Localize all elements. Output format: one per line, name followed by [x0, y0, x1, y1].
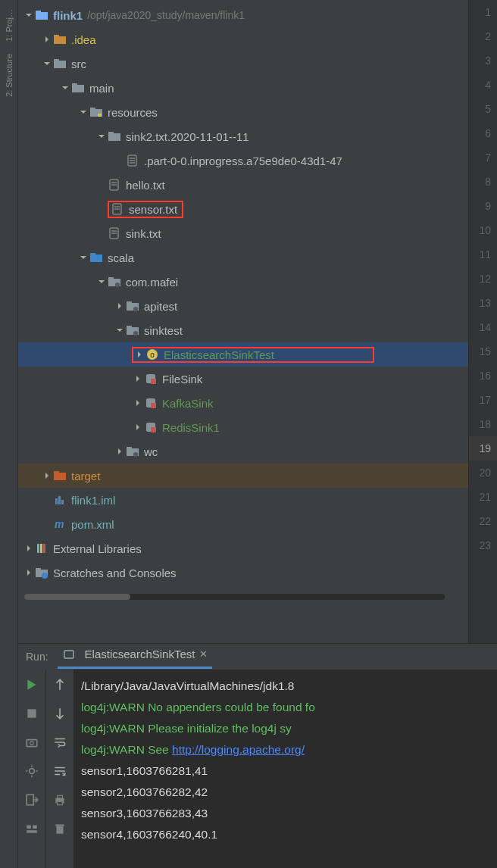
gutter-line: 11: [469, 242, 497, 267]
print-icon[interactable]: [52, 792, 67, 807]
tree-item-extlib[interactable]: External Libraries: [18, 536, 468, 560]
svg-rect-35: [127, 326, 132, 328]
tree-item-src[interactable]: src: [18, 52, 468, 76]
chevron-right-icon[interactable]: [133, 351, 145, 358]
svg-rect-72: [57, 826, 64, 834]
chevron-right-icon[interactable]: [114, 302, 126, 310]
console-output[interactable]: /Library/Java/JavaVirtualMachines/jdk1.8…: [73, 670, 497, 868]
tree-item-hello[interactable]: hello.txt: [18, 173, 468, 197]
tree-item-sensor[interactable]: sensor.txt: [18, 197, 468, 221]
chevron-right-icon[interactable]: [41, 472, 53, 479]
tree-root[interactable]: flink1 /opt/java2020_study/maven/flink1: [18, 3, 468, 27]
exit-icon[interactable]: [24, 792, 39, 807]
tree-item-kafkasink[interactable]: KafkaSink: [18, 391, 468, 415]
file-icon: [126, 155, 139, 167]
settings-icon[interactable]: [24, 763, 39, 779]
chevron-down-icon[interactable]: [77, 108, 89, 116]
tree-item-pom[interactable]: m pom.xml: [18, 512, 468, 536]
scala-error-icon: [144, 421, 158, 433]
svg-rect-12: [108, 132, 114, 134]
tree-item-main[interactable]: main: [18, 76, 468, 100]
soft-wrap-icon[interactable]: [52, 735, 67, 750]
tree-item-iml[interactable]: flink1.iml: [18, 488, 468, 512]
svg-rect-26: [90, 254, 102, 262]
tree-item-target[interactable]: target: [18, 464, 468, 488]
scroll-end-icon[interactable]: [52, 763, 67, 779]
svg-text:o: o: [150, 351, 155, 359]
horizontal-scrollbar[interactable]: [18, 594, 468, 604]
console-line: log4j:WARN Please initialize the log4j s…: [81, 718, 489, 739]
tree-item-pkg[interactable]: com.mafei: [18, 270, 468, 294]
svg-rect-10: [98, 114, 102, 117]
svg-rect-66: [27, 826, 31, 829]
gutter-line: 3: [469, 48, 497, 73]
stop-icon[interactable]: [24, 706, 39, 721]
gutter-line: 8: [469, 170, 497, 194]
chevron-right-icon[interactable]: [132, 423, 144, 431]
gutter-line: 2: [469, 24, 497, 48]
chevron-right-icon[interactable]: [23, 545, 35, 552]
lbl-resources: resources: [108, 106, 158, 119]
chevron-right-icon[interactable]: [23, 569, 35, 576]
run-tabbar: Run: ElasticsearchSinkTest ✕: [18, 644, 497, 670]
lbl-src: src: [71, 58, 86, 70]
svg-rect-32: [127, 301, 132, 304]
chevron-right-icon[interactable]: [114, 448, 126, 455]
tree-item-sink[interactable]: sink.txt: [18, 221, 468, 245]
tree-item-redissink[interactable]: RedisSink1: [18, 415, 468, 439]
svg-point-59: [42, 573, 48, 579]
run-tab[interactable]: ElasticsearchSinkTest ✕: [58, 645, 213, 669]
chevron-right-icon[interactable]: [132, 399, 144, 407]
svg-rect-6: [72, 85, 84, 92]
svg-rect-7: [72, 83, 77, 86]
tree-item-partfile[interactable]: .part-0-0.inprogress.a75e9de0-43d1-47: [18, 148, 468, 173]
chevron-down-icon[interactable]: [95, 133, 108, 140]
console-link[interactable]: http://logging.apache.org/: [172, 743, 305, 756]
side-tab-project[interactable]: 1: Proj…: [3, 5, 15, 46]
svg-rect-46: [127, 447, 132, 449]
svg-rect-67: [33, 826, 37, 829]
iml-icon: [53, 494, 67, 506]
close-icon[interactable]: ✕: [199, 648, 208, 660]
tree-item-apitest[interactable]: apitest: [18, 294, 468, 318]
gutter-line: 9: [469, 194, 497, 218]
lbl-extlib: External Libraries: [53, 542, 142, 555]
chevron-down-icon[interactable]: [114, 326, 126, 334]
chevron-down-icon[interactable]: [59, 84, 71, 92]
root-path: /opt/java2020_study/maven/flink1: [87, 9, 245, 21]
folder-icon: [108, 130, 121, 142]
chevron-down-icon[interactable]: [41, 60, 53, 67]
chevron-down-icon[interactable]: [23, 11, 35, 19]
down-arrow-icon[interactable]: [52, 706, 67, 721]
gutter-line: 15: [469, 339, 497, 364]
chevron-down-icon[interactable]: [77, 254, 89, 261]
scrollbar-thumb[interactable]: [24, 594, 130, 600]
tree-item-scratches[interactable]: Scratches and Consoles: [18, 560, 468, 585]
tree-item-sink2dir[interactable]: sink2.txt.2020-11-01--11: [18, 124, 468, 148]
lbl-sensor: sensor.txt: [129, 203, 177, 216]
resources-folder-icon: [89, 106, 103, 118]
tree-item-filesink[interactable]: FileSink: [18, 367, 468, 391]
tree-item-resources[interactable]: resources: [18, 100, 468, 124]
chevron-right-icon[interactable]: [132, 375, 144, 382]
scala-object-icon: o: [145, 348, 159, 361]
gutter-line: 10: [469, 218, 497, 242]
tree-item-es[interactable]: o ElasticsearchSinkTest: [18, 342, 468, 367]
chevron-right-icon[interactable]: [41, 36, 53, 43]
lbl-sink: sink.txt: [126, 227, 161, 240]
tree-item-scala[interactable]: scala: [18, 245, 468, 270]
camera-icon[interactable]: [24, 735, 39, 750]
run-icon[interactable]: [24, 677, 39, 692]
tree-item-wc[interactable]: wc: [18, 439, 468, 464]
up-arrow-icon[interactable]: [52, 677, 67, 692]
gutter-line: 20: [469, 461, 497, 485]
tree-item-idea[interactable]: .idea: [18, 27, 468, 52]
svg-rect-62: [27, 740, 37, 747]
trash-icon[interactable]: [52, 821, 67, 836]
tree-item-sinktest[interactable]: sinktest: [18, 318, 468, 342]
layout-icon[interactable]: [24, 821, 39, 836]
side-tab-structure[interactable]: 2: Structure: [3, 49, 15, 101]
chevron-down-icon[interactable]: [95, 278, 108, 286]
gutter-line: 19: [469, 436, 497, 461]
project-tree[interactable]: flink1 /opt/java2020_study/maven/flink1 …: [18, 0, 468, 643]
